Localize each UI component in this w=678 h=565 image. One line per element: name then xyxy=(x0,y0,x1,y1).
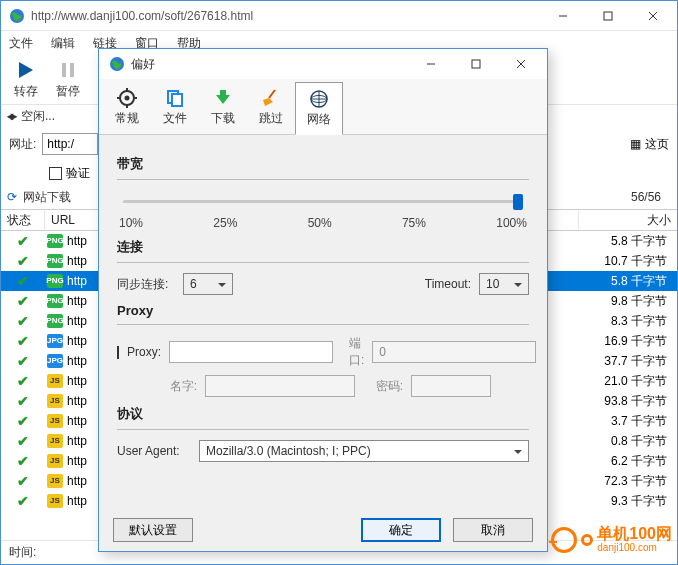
close-button[interactable] xyxy=(630,1,675,30)
timeout-select[interactable]: 10 xyxy=(479,273,529,295)
check-icon: ✔ xyxy=(17,293,29,309)
check-icon: ✔ xyxy=(17,453,29,469)
url-text: http xyxy=(67,354,87,368)
dialog-minimize-button[interactable] xyxy=(408,50,453,79)
url-text: http xyxy=(67,234,87,248)
dialog-buttons: 默认设置 确定 取消 xyxy=(99,509,547,551)
save-button[interactable]: 转存 xyxy=(7,59,45,100)
watermark-brand: 单机100网 xyxy=(597,526,672,542)
png-icon: PNG xyxy=(47,234,63,248)
tab-file[interactable]: 文件 xyxy=(151,81,199,134)
status-cell: ✔ xyxy=(1,493,45,509)
main-titlebar: http://www.danji100.com/soft/267618.html xyxy=(1,1,677,31)
js-icon: JS xyxy=(47,494,63,508)
footer-time-label: 时间: xyxy=(9,544,36,561)
menu-edit[interactable]: 编辑 xyxy=(51,35,75,52)
download-label: 网站下载 xyxy=(23,189,71,206)
slider-label-75: 75% xyxy=(402,216,426,230)
js-icon: JS xyxy=(47,434,63,448)
proxy-name-input[interactable] xyxy=(205,375,355,397)
proxy-pass-input[interactable] xyxy=(411,375,491,397)
counter: 56/56 xyxy=(631,190,671,204)
status-cell: ✔ xyxy=(1,253,45,269)
proxy-port-input[interactable] xyxy=(372,341,536,363)
col-status[interactable]: 状态 xyxy=(1,210,45,230)
check-icon: ✔ xyxy=(17,333,29,349)
js-icon: JS xyxy=(47,394,63,408)
proxy-checkbox[interactable] xyxy=(117,346,119,359)
files-icon xyxy=(165,88,185,108)
tab-network[interactable]: 网络 xyxy=(295,82,343,135)
svg-marker-5 xyxy=(19,62,33,78)
proxy-host-input[interactable] xyxy=(169,341,333,363)
pause-icon xyxy=(57,59,79,81)
proxy-title: Proxy xyxy=(117,303,529,318)
check-icon: ✔ xyxy=(17,353,29,369)
expand-icon[interactable]: ◂▸ xyxy=(7,109,15,123)
dialog-close-button[interactable] xyxy=(498,50,543,79)
protocol-title: 协议 xyxy=(117,405,529,423)
sync-select[interactable]: 6 xyxy=(183,273,233,295)
dialog-body: 带宽 10% 25% 50% 75% 100% 连接 同步连接: 6 Timeo… xyxy=(99,135,547,509)
size-cell: 37.7 千字节 xyxy=(579,353,677,370)
menu-file[interactable]: 文件 xyxy=(9,35,33,52)
size-cell: 3.7 千字节 xyxy=(579,413,677,430)
cancel-button[interactable]: 取消 xyxy=(453,518,533,542)
slider-thumb[interactable] xyxy=(513,194,523,210)
check-icon: ✔ xyxy=(17,413,29,429)
url-text: http xyxy=(67,454,87,468)
address-input[interactable] xyxy=(42,133,98,155)
check-icon: ✔ xyxy=(17,433,29,449)
download-icon xyxy=(213,88,233,108)
js-icon: JS xyxy=(47,414,63,428)
verify-checkbox[interactable] xyxy=(49,167,62,180)
col-size[interactable]: 大小 xyxy=(579,210,677,230)
refresh-icon[interactable]: ⟳ xyxy=(7,190,17,204)
size-cell: 16.9 千字节 xyxy=(579,333,677,350)
tab-download-label: 下载 xyxy=(211,110,235,127)
size-cell: 6.2 千字节 xyxy=(579,453,677,470)
bandwidth-title: 带宽 xyxy=(117,155,529,173)
check-icon: ✔ xyxy=(17,373,29,389)
timeout-label: Timeout: xyxy=(425,277,471,291)
size-cell: 5.8 千字节 xyxy=(579,233,677,250)
maximize-button[interactable] xyxy=(585,1,630,30)
url-text: http xyxy=(67,254,87,268)
globe-icon xyxy=(109,56,125,72)
status-cell: ✔ xyxy=(1,233,45,249)
ua-select[interactable]: Mozilla/3.0 (Macintosh; I; PPC) xyxy=(199,440,529,462)
svg-point-14 xyxy=(125,96,130,101)
pause-button[interactable]: 暂停 xyxy=(49,59,87,100)
png-icon: PNG xyxy=(47,314,63,328)
status-cell: ✔ xyxy=(1,413,45,429)
tab-download[interactable]: 下载 xyxy=(199,81,247,134)
size-cell: 21.0 千字节 xyxy=(579,373,677,390)
svg-rect-7 xyxy=(70,63,74,77)
watermark-dot xyxy=(581,534,593,546)
bandwidth-slider[interactable] xyxy=(123,190,523,214)
svg-rect-20 xyxy=(172,94,182,106)
status-cell: ✔ xyxy=(1,473,45,489)
dialog-maximize-button[interactable] xyxy=(453,50,498,79)
status-cell: ✔ xyxy=(1,353,45,369)
sync-label: 同步连接: xyxy=(117,276,175,293)
minimize-button[interactable] xyxy=(540,1,585,30)
svg-line-22 xyxy=(269,90,275,98)
png-icon: PNG xyxy=(47,294,63,308)
address-label: 网址: xyxy=(9,136,36,153)
png-icon: PNG xyxy=(47,274,63,288)
save-label: 转存 xyxy=(14,83,38,100)
svg-rect-10 xyxy=(472,60,480,68)
defaults-button[interactable]: 默认设置 xyxy=(113,518,193,542)
url-text: http xyxy=(67,374,87,388)
tab-skip-label: 跳过 xyxy=(259,110,283,127)
tab-general[interactable]: 常规 xyxy=(103,81,151,134)
tab-skip[interactable]: 跳过 xyxy=(247,81,295,134)
preferences-dialog: 偏好 常规 文件 下载 跳过 网络 带宽 xyxy=(98,48,548,552)
url-text: http xyxy=(67,434,87,448)
tab-network-label: 网络 xyxy=(307,111,331,128)
proxy-label: Proxy: xyxy=(127,345,161,359)
ok-button[interactable]: 确定 xyxy=(361,518,441,542)
url-text: http xyxy=(67,494,87,508)
slider-label-10: 10% xyxy=(119,216,143,230)
